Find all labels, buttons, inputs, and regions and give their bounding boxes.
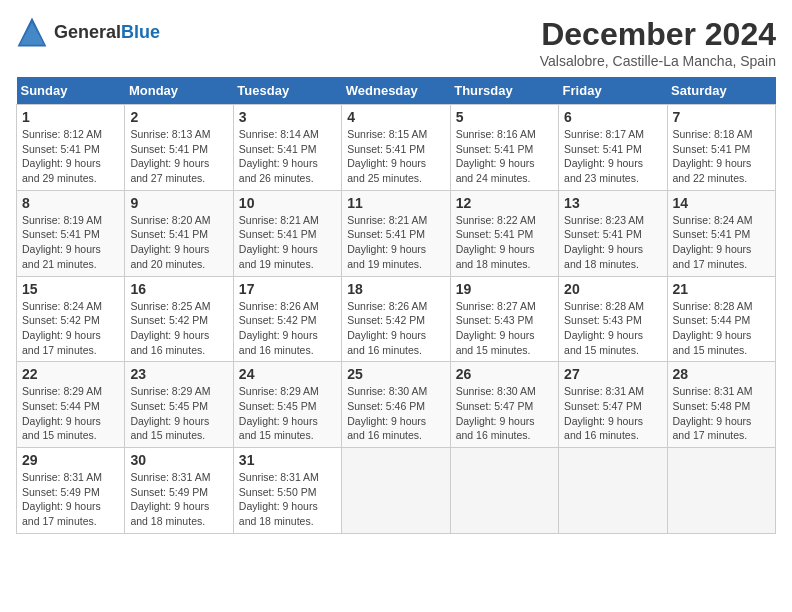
day-number: 1 <box>22 109 119 125</box>
day-cell-10: 10 Sunrise: 8:21 AMSunset: 5:41 PMDaylig… <box>233 190 341 276</box>
day-info: Sunrise: 8:29 AMSunset: 5:45 PMDaylight:… <box>239 384 336 443</box>
col-sunday: Sunday <box>17 77 125 105</box>
day-info: Sunrise: 8:28 AMSunset: 5:44 PMDaylight:… <box>673 299 770 358</box>
day-number: 15 <box>22 281 119 297</box>
day-cell-8: 8 Sunrise: 8:19 AMSunset: 5:41 PMDayligh… <box>17 190 125 276</box>
empty-cell <box>342 448 450 534</box>
day-info: Sunrise: 8:21 AMSunset: 5:41 PMDaylight:… <box>239 213 336 272</box>
day-cell-27: 27 Sunrise: 8:31 AMSunset: 5:47 PMDaylig… <box>559 362 667 448</box>
day-cell-24: 24 Sunrise: 8:29 AMSunset: 5:45 PMDaylig… <box>233 362 341 448</box>
empty-cell <box>450 448 558 534</box>
day-cell-1: 1 Sunrise: 8:12 AMSunset: 5:41 PMDayligh… <box>17 105 125 191</box>
day-info: Sunrise: 8:31 AMSunset: 5:48 PMDaylight:… <box>673 384 770 443</box>
col-wednesday: Wednesday <box>342 77 450 105</box>
day-number: 7 <box>673 109 770 125</box>
day-info: Sunrise: 8:26 AMSunset: 5:42 PMDaylight:… <box>347 299 444 358</box>
day-info: Sunrise: 8:23 AMSunset: 5:41 PMDaylight:… <box>564 213 661 272</box>
day-info: Sunrise: 8:25 AMSunset: 5:42 PMDaylight:… <box>130 299 227 358</box>
week-row-3: 15 Sunrise: 8:24 AMSunset: 5:42 PMDaylig… <box>17 276 776 362</box>
calendar-table: Sunday Monday Tuesday Wednesday Thursday… <box>16 77 776 534</box>
day-cell-4: 4 Sunrise: 8:15 AMSunset: 5:41 PMDayligh… <box>342 105 450 191</box>
day-cell-7: 7 Sunrise: 8:18 AMSunset: 5:41 PMDayligh… <box>667 105 775 191</box>
day-number: 5 <box>456 109 553 125</box>
day-number: 10 <box>239 195 336 211</box>
header: GeneralBlue December 2024 Valsalobre, Ca… <box>16 16 776 69</box>
day-cell-20: 20 Sunrise: 8:28 AMSunset: 5:43 PMDaylig… <box>559 276 667 362</box>
day-cell-25: 25 Sunrise: 8:30 AMSunset: 5:46 PMDaylig… <box>342 362 450 448</box>
day-cell-22: 22 Sunrise: 8:29 AMSunset: 5:44 PMDaylig… <box>17 362 125 448</box>
day-cell-18: 18 Sunrise: 8:26 AMSunset: 5:42 PMDaylig… <box>342 276 450 362</box>
day-info: Sunrise: 8:31 AMSunset: 5:47 PMDaylight:… <box>564 384 661 443</box>
day-info: Sunrise: 8:21 AMSunset: 5:41 PMDaylight:… <box>347 213 444 272</box>
day-info: Sunrise: 8:14 AMSunset: 5:41 PMDaylight:… <box>239 127 336 186</box>
day-cell-26: 26 Sunrise: 8:30 AMSunset: 5:47 PMDaylig… <box>450 362 558 448</box>
day-cell-31: 31 Sunrise: 8:31 AMSunset: 5:50 PMDaylig… <box>233 448 341 534</box>
week-row-4: 22 Sunrise: 8:29 AMSunset: 5:44 PMDaylig… <box>17 362 776 448</box>
day-cell-21: 21 Sunrise: 8:28 AMSunset: 5:44 PMDaylig… <box>667 276 775 362</box>
day-number: 2 <box>130 109 227 125</box>
col-monday: Monday <box>125 77 233 105</box>
day-info: Sunrise: 8:30 AMSunset: 5:47 PMDaylight:… <box>456 384 553 443</box>
day-cell-30: 30 Sunrise: 8:31 AMSunset: 5:49 PMDaylig… <box>125 448 233 534</box>
day-number: 23 <box>130 366 227 382</box>
col-thursday: Thursday <box>450 77 558 105</box>
logo-text: GeneralBlue <box>54 22 160 43</box>
day-cell-23: 23 Sunrise: 8:29 AMSunset: 5:45 PMDaylig… <box>125 362 233 448</box>
location-title: Valsalobre, Castille-La Mancha, Spain <box>540 53 776 69</box>
header-row: Sunday Monday Tuesday Wednesday Thursday… <box>17 77 776 105</box>
day-number: 4 <box>347 109 444 125</box>
day-number: 20 <box>564 281 661 297</box>
day-cell-15: 15 Sunrise: 8:24 AMSunset: 5:42 PMDaylig… <box>17 276 125 362</box>
day-number: 8 <box>22 195 119 211</box>
day-cell-16: 16 Sunrise: 8:25 AMSunset: 5:42 PMDaylig… <box>125 276 233 362</box>
day-number: 9 <box>130 195 227 211</box>
day-number: 17 <box>239 281 336 297</box>
day-cell-6: 6 Sunrise: 8:17 AMSunset: 5:41 PMDayligh… <box>559 105 667 191</box>
day-info: Sunrise: 8:26 AMSunset: 5:42 PMDaylight:… <box>239 299 336 358</box>
day-info: Sunrise: 8:31 AMSunset: 5:50 PMDaylight:… <box>239 470 336 529</box>
day-number: 14 <box>673 195 770 211</box>
day-number: 29 <box>22 452 119 468</box>
day-cell-14: 14 Sunrise: 8:24 AMSunset: 5:41 PMDaylig… <box>667 190 775 276</box>
day-number: 25 <box>347 366 444 382</box>
day-cell-5: 5 Sunrise: 8:16 AMSunset: 5:41 PMDayligh… <box>450 105 558 191</box>
day-info: Sunrise: 8:22 AMSunset: 5:41 PMDaylight:… <box>456 213 553 272</box>
title-area: December 2024 Valsalobre, Castille-La Ma… <box>540 16 776 69</box>
day-cell-9: 9 Sunrise: 8:20 AMSunset: 5:41 PMDayligh… <box>125 190 233 276</box>
col-saturday: Saturday <box>667 77 775 105</box>
day-cell-29: 29 Sunrise: 8:31 AMSunset: 5:49 PMDaylig… <box>17 448 125 534</box>
day-info: Sunrise: 8:15 AMSunset: 5:41 PMDaylight:… <box>347 127 444 186</box>
logo: GeneralBlue <box>16 16 160 48</box>
day-number: 11 <box>347 195 444 211</box>
day-info: Sunrise: 8:31 AMSunset: 5:49 PMDaylight:… <box>130 470 227 529</box>
day-number: 13 <box>564 195 661 211</box>
day-info: Sunrise: 8:12 AMSunset: 5:41 PMDaylight:… <box>22 127 119 186</box>
day-info: Sunrise: 8:20 AMSunset: 5:41 PMDaylight:… <box>130 213 227 272</box>
day-info: Sunrise: 8:31 AMSunset: 5:49 PMDaylight:… <box>22 470 119 529</box>
day-cell-2: 2 Sunrise: 8:13 AMSunset: 5:41 PMDayligh… <box>125 105 233 191</box>
week-row-2: 8 Sunrise: 8:19 AMSunset: 5:41 PMDayligh… <box>17 190 776 276</box>
day-info: Sunrise: 8:24 AMSunset: 5:41 PMDaylight:… <box>673 213 770 272</box>
day-info: Sunrise: 8:29 AMSunset: 5:44 PMDaylight:… <box>22 384 119 443</box>
day-cell-19: 19 Sunrise: 8:27 AMSunset: 5:43 PMDaylig… <box>450 276 558 362</box>
day-number: 30 <box>130 452 227 468</box>
day-number: 19 <box>456 281 553 297</box>
svg-marker-1 <box>20 22 44 44</box>
day-info: Sunrise: 8:16 AMSunset: 5:41 PMDaylight:… <box>456 127 553 186</box>
day-cell-3: 3 Sunrise: 8:14 AMSunset: 5:41 PMDayligh… <box>233 105 341 191</box>
day-number: 3 <box>239 109 336 125</box>
day-cell-12: 12 Sunrise: 8:22 AMSunset: 5:41 PMDaylig… <box>450 190 558 276</box>
day-info: Sunrise: 8:24 AMSunset: 5:42 PMDaylight:… <box>22 299 119 358</box>
empty-cell <box>667 448 775 534</box>
day-info: Sunrise: 8:27 AMSunset: 5:43 PMDaylight:… <box>456 299 553 358</box>
empty-cell <box>559 448 667 534</box>
month-title: December 2024 <box>540 16 776 53</box>
day-number: 28 <box>673 366 770 382</box>
day-info: Sunrise: 8:30 AMSunset: 5:46 PMDaylight:… <box>347 384 444 443</box>
day-number: 6 <box>564 109 661 125</box>
col-tuesday: Tuesday <box>233 77 341 105</box>
day-number: 18 <box>347 281 444 297</box>
day-number: 21 <box>673 281 770 297</box>
day-cell-28: 28 Sunrise: 8:31 AMSunset: 5:48 PMDaylig… <box>667 362 775 448</box>
day-info: Sunrise: 8:18 AMSunset: 5:41 PMDaylight:… <box>673 127 770 186</box>
